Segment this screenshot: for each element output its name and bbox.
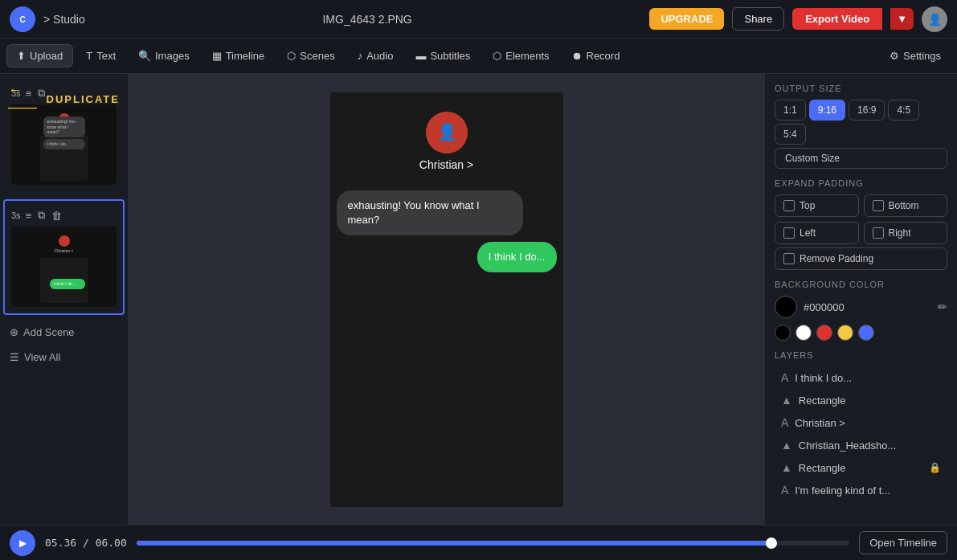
layer-label: Christian > [795, 417, 845, 429]
layer-shape-icon: ▲ [781, 394, 792, 407]
top-navigation: C > Studio IMG_4643 2.PNG UPGRADE Share … [0, 0, 957, 39]
timeline-icon: ▦ [212, 50, 222, 62]
padding-top-button[interactable]: Top [775, 194, 859, 217]
svg-text:👤: 👤 [436, 122, 456, 141]
custom-size-button[interactable]: Custom Size [775, 148, 947, 169]
main-area: 3s ≡ ⧉ ←—— DUPLICATE Christian > exhaust… [0, 74, 957, 525]
padding-left-button[interactable]: Left [775, 222, 859, 244]
padding-bottom-button[interactable]: Bottom [864, 194, 948, 217]
timeline-thumb [766, 538, 777, 549]
remove-padding-button[interactable]: Remove Padding [775, 247, 947, 270]
app-logo[interactable]: C [10, 6, 35, 32]
padding-right-button[interactable]: Right [864, 222, 948, 244]
layer-label: Rectangle [799, 394, 846, 407]
duplicate-overlay: ←—— DUPLICATE [5, 79, 123, 119]
output-size-title: OUTPUT SIZE [775, 84, 947, 93]
layer-shape-icon: ▲ [781, 461, 792, 474]
chat-messages: exhausting! You know what I mean? I thin… [330, 181, 563, 507]
elements-button[interactable]: ⬡ Elements [483, 45, 558, 67]
output-size-section: OUTPUT SIZE 1:1 9:16 16:9 4:5 5:4 Custom… [775, 84, 947, 169]
preset-white[interactable] [795, 325, 812, 341]
chat-avatar: 👤 [426, 112, 468, 153]
audio-icon: ♪ [358, 50, 363, 62]
padding-buttons-grid: Top Bottom Left Right [775, 194, 947, 244]
background-color-section: BACKGROUND COLOR #000000 ✏ [775, 280, 947, 341]
view-all-button[interactable]: ☰ View All [0, 346, 128, 368]
preset-yellow[interactable] [837, 325, 853, 341]
timeline-bar: ▶ 05.36 / 06.00 Open Timeline [0, 525, 957, 560]
main-toolbar: ⬆ Upload T Text 🔍 Images ▦ Timeline ⬡ Sc… [0, 39, 957, 74]
layer-label: I think I do... [795, 372, 852, 384]
size-5-4-button[interactable]: 5:4 [775, 124, 806, 145]
timeline-button[interactable]: ▦ Timeline [202, 45, 275, 67]
message-received: exhausting! You know what I mean? [337, 190, 524, 235]
preset-blue[interactable] [858, 325, 874, 341]
size-buttons-group: 1:1 9:16 16:9 4:5 5:4 [775, 100, 947, 145]
scene-2-delete-button[interactable]: 🗑 [50, 208, 63, 223]
subtitles-button[interactable]: ▬ Subtitles [406, 45, 480, 67]
expand-padding-section: EXPAND PADDING Top Bottom Left Right [775, 178, 947, 270]
layer-item[interactable]: ▲ Rectangle 🔒 [775, 456, 947, 479]
upgrade-button[interactable]: UPGRADE [649, 8, 724, 30]
padding-bottom-icon [873, 200, 884, 211]
open-timeline-button[interactable]: Open Timeline [859, 531, 947, 554]
size-16-9-button[interactable]: 16:9 [849, 100, 885, 121]
chat-contact-name: Christian > [419, 158, 473, 171]
padding-right-icon [873, 227, 884, 239]
gear-icon: ⚙ [890, 50, 899, 62]
record-icon: ⏺ [572, 50, 583, 62]
color-swatch-black[interactable] [775, 296, 797, 318]
preset-black[interactable] [775, 325, 791, 341]
layer-item[interactable]: A I think I do... [775, 366, 947, 389]
settings-button[interactable]: ⚙ Settings [880, 45, 951, 67]
eyedropper-button[interactable]: ✏ [938, 300, 947, 313]
audio-button[interactable]: ♪ Audio [348, 45, 403, 67]
file-title: IMG_4643 2.PNG [93, 13, 642, 26]
scene-2-time: 3s [11, 211, 21, 220]
record-button[interactable]: ⏺ Record [562, 45, 630, 67]
elements-icon: ⬡ [493, 50, 501, 62]
color-hex-value: #000000 [804, 301, 845, 313]
size-1-1-button[interactable]: 1:1 [775, 100, 806, 121]
size-4-5-button[interactable]: 4:5 [888, 100, 919, 121]
layers-title: LAYERS [775, 350, 947, 360]
padding-top-icon [783, 200, 795, 211]
size-9-16-button[interactable]: 9:16 [809, 100, 845, 121]
text-icon: T [86, 50, 92, 62]
layer-label: I'm feeling kind of t... [795, 484, 890, 497]
studio-label[interactable]: > Studio [43, 13, 85, 26]
upload-button[interactable]: ⬆ Upload [6, 44, 73, 67]
canvas: 👤 Christian > exhausting! You know what … [330, 92, 563, 507]
export-dropdown-button[interactable]: ▼ [890, 8, 914, 30]
scene-item[interactable]: 3s ≡ ⧉ ←—— DUPLICATE Christian > exhaust… [3, 77, 125, 193]
layer-image-icon: ▲ [781, 439, 792, 452]
layer-item[interactable]: A Christian > [775, 411, 947, 434]
layer-text-icon: A [781, 416, 788, 429]
svg-text:C: C [19, 15, 25, 24]
expand-padding-title: EXPAND PADDING [775, 178, 947, 188]
layer-text-icon: A [781, 371, 788, 384]
list-icon: ☰ [10, 351, 19, 363]
timeline-track[interactable] [137, 541, 849, 546]
padding-left-icon [783, 227, 795, 239]
scenes-button[interactable]: ⬡ Scenes [277, 45, 344, 67]
scene-item[interactable]: 3s ≡ ⧉ 🗑 Christian > I think I do... [3, 199, 125, 315]
play-button[interactable]: ▶ [10, 530, 35, 556]
layers-section: LAYERS A I think I do... ▲ Rectangle A C… [775, 350, 947, 501]
scene-2-copy-button[interactable]: ⧉ [36, 207, 47, 223]
add-scene-button[interactable]: ⊕ Add Scene [0, 318, 128, 346]
color-presets [775, 325, 947, 341]
chat-header: 👤 Christian > [330, 92, 563, 181]
background-color-title: BACKGROUND COLOR [775, 280, 947, 289]
scene-2-reorder-button[interactable]: ≡ [24, 208, 34, 223]
plus-icon: ⊕ [10, 326, 18, 338]
preset-red[interactable] [816, 325, 832, 341]
export-video-button[interactable]: Export Video [792, 8, 882, 30]
text-button[interactable]: T Text [76, 45, 125, 67]
images-icon: 🔍 [138, 50, 151, 62]
layer-item[interactable]: ▲ Christian_Headsho... [775, 434, 947, 456]
layer-item[interactable]: ▲ Rectangle [775, 389, 947, 411]
layer-item[interactable]: A I'm feeling kind of t... [775, 479, 947, 501]
images-button[interactable]: 🔍 Images [129, 45, 199, 67]
share-button[interactable]: Share [732, 7, 784, 31]
